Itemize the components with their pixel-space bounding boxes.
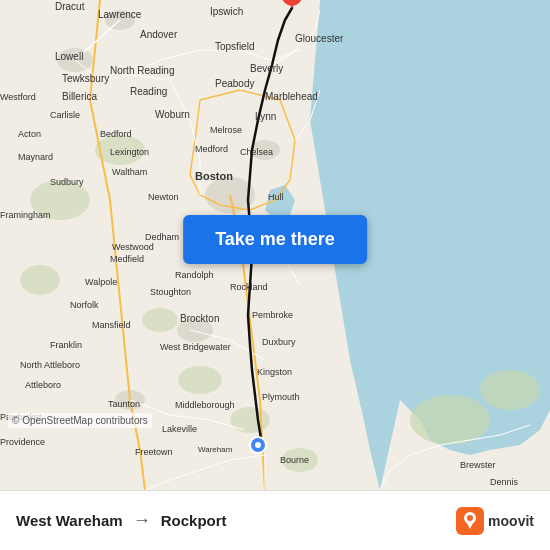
svg-text:Middleborough: Middleborough <box>175 400 235 410</box>
svg-text:Tewksbury: Tewksbury <box>62 73 109 84</box>
svg-text:Lexington: Lexington <box>110 147 149 157</box>
svg-text:Westford: Westford <box>0 92 36 102</box>
origin-label: West Wareham <box>16 512 123 529</box>
svg-point-88 <box>255 442 261 448</box>
svg-text:Mansfield: Mansfield <box>92 320 131 330</box>
svg-text:Dennis: Dennis <box>490 477 519 487</box>
svg-text:Walpole: Walpole <box>85 277 117 287</box>
take-me-there-button[interactable]: Take me there <box>183 215 367 264</box>
svg-point-15 <box>480 370 540 410</box>
svg-text:Gloucester: Gloucester <box>295 33 344 44</box>
svg-point-10 <box>142 308 178 332</box>
svg-text:Plymouth: Plymouth <box>262 392 300 402</box>
svg-text:Lowell: Lowell <box>55 51 83 62</box>
svg-text:Stoughton: Stoughton <box>150 287 191 297</box>
svg-text:Melrose: Melrose <box>210 125 242 135</box>
svg-text:Hull: Hull <box>268 192 284 202</box>
svg-text:Ipswich: Ipswich <box>210 6 243 17</box>
svg-text:Freetown: Freetown <box>135 447 173 457</box>
svg-text:Woburn: Woburn <box>155 109 190 120</box>
svg-text:Taunton: Taunton <box>108 399 140 409</box>
svg-text:Lynn: Lynn <box>255 111 276 122</box>
svg-text:Randolph: Randolph <box>175 270 214 280</box>
svg-text:Reading: Reading <box>130 86 167 97</box>
svg-point-9 <box>20 265 60 295</box>
svg-text:Bedford: Bedford <box>100 129 132 139</box>
svg-text:Maynard: Maynard <box>18 152 53 162</box>
svg-point-14 <box>410 395 490 445</box>
svg-text:Medford: Medford <box>195 144 228 154</box>
svg-text:Newton: Newton <box>148 192 179 202</box>
svg-text:Attleboro: Attleboro <box>25 380 61 390</box>
map-container: Lawrence Ipswich Dracut Gloucester Andov… <box>0 0 550 490</box>
svg-text:Carlisle: Carlisle <box>50 110 80 120</box>
svg-point-11 <box>178 366 222 394</box>
svg-text:Acton: Acton <box>18 129 41 139</box>
svg-text:Beverly: Beverly <box>250 63 283 74</box>
svg-text:Brockton: Brockton <box>180 313 219 324</box>
svg-text:Duxbury: Duxbury <box>262 337 296 347</box>
svg-point-92 <box>467 515 473 521</box>
moovit-logo[interactable]: moovit <box>456 507 534 535</box>
svg-text:Kingston: Kingston <box>257 367 292 377</box>
svg-text:Brewster: Brewster <box>460 460 496 470</box>
svg-text:Bourne: Bourne <box>280 455 309 465</box>
svg-text:Andover: Andover <box>140 29 178 40</box>
svg-text:Dracut: Dracut <box>55 1 85 12</box>
svg-text:Marblehead: Marblehead <box>265 91 318 102</box>
svg-text:Topsfield: Topsfield <box>215 41 254 52</box>
svg-point-12 <box>230 407 270 433</box>
svg-text:Westwood: Westwood <box>112 242 154 252</box>
map-attribution: © OpenStreetMap contributors <box>8 413 152 428</box>
svg-text:Providence: Providence <box>0 437 45 447</box>
svg-text:Sudbury: Sudbury <box>50 177 84 187</box>
svg-text:Norfolk: Norfolk <box>70 300 99 310</box>
arrow-icon: → <box>133 510 151 531</box>
svg-text:Lakeville: Lakeville <box>162 424 197 434</box>
svg-text:Lawrence: Lawrence <box>98 9 142 20</box>
svg-text:Framingham: Framingham <box>0 210 51 220</box>
svg-text:West Bridgewater: West Bridgewater <box>160 342 231 352</box>
svg-text:Pembroke: Pembroke <box>252 310 293 320</box>
svg-text:Billerica: Billerica <box>62 91 97 102</box>
moovit-text: moovit <box>488 513 534 529</box>
svg-text:Rockland: Rockland <box>230 282 268 292</box>
svg-text:Peabody: Peabody <box>215 78 254 89</box>
moovit-icon-svg <box>456 507 484 535</box>
svg-text:North Reading: North Reading <box>110 65 174 76</box>
svg-text:Dedham: Dedham <box>145 232 179 242</box>
route-info: West Wareham → Rockport <box>16 510 456 531</box>
destination-label: Rockport <box>161 512 227 529</box>
svg-text:Medfield: Medfield <box>110 254 144 264</box>
svg-text:North Attleboro: North Attleboro <box>20 360 80 370</box>
svg-text:Wareham: Wareham <box>198 445 233 454</box>
svg-text:Chelsea: Chelsea <box>240 147 273 157</box>
svg-text:Franklin: Franklin <box>50 340 82 350</box>
footer-bar: West Wareham → Rockport moovit <box>0 490 550 550</box>
svg-text:Boston: Boston <box>195 170 233 182</box>
svg-text:Waltham: Waltham <box>112 167 147 177</box>
